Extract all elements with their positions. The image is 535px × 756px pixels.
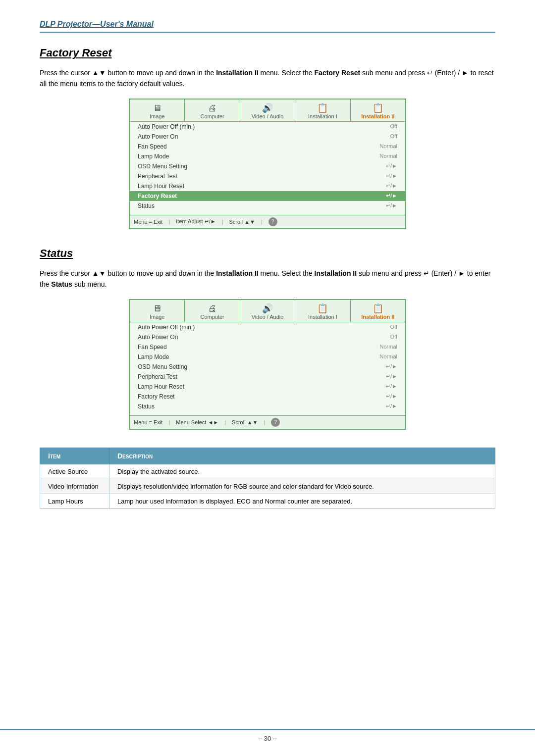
table-cell-item: Lamp Hours bbox=[40, 494, 109, 508]
footer-right-factory: Scroll ▲▼ bbox=[229, 219, 255, 225]
row-label: Peripheral Test bbox=[138, 173, 177, 180]
menu-tabs-factory: 🖥 Image 🖨 Computer 🔊 Video / Audio 📋 Ins… bbox=[130, 100, 405, 122]
row-auto-power-on-factory: Auto Power OnOff bbox=[130, 132, 405, 142]
video-icon: 🔊 bbox=[242, 103, 293, 112]
header-bar: DLP Projector—User's Manual bbox=[40, 20, 495, 33]
row-label: Status bbox=[138, 202, 155, 209]
status-title: Status bbox=[40, 247, 495, 260]
menu-rows-factory: Auto Power Off (min.)Off Auto Power OnOf… bbox=[130, 122, 405, 215]
factory-reset-section: Factory Reset Press the cursor ▲▼ button… bbox=[40, 47, 495, 229]
row-value: ↵/► bbox=[386, 393, 397, 400]
row-value: ↵/► bbox=[386, 373, 397, 380]
row-peripheral-factory: Peripheral Test↵/► bbox=[130, 171, 405, 181]
status-section: Status Press the cursor ▲▼ button to mov… bbox=[40, 247, 495, 430]
menu-footer-status: Menu = Exit | Menu Select ◄► | Scroll ▲▼… bbox=[130, 415, 405, 429]
status-menu: 🖥 Image 🖨 Computer 🔊 Video / Audio 📋 Ins… bbox=[129, 299, 406, 430]
footer-center-factory: Item Adjust ↵/► bbox=[176, 218, 215, 225]
row-osd-menu-status: OSD Menu Setting↵/► bbox=[130, 362, 405, 372]
row-value: Off bbox=[390, 324, 397, 331]
page-footer: – 30 – bbox=[0, 729, 535, 742]
row-label: Lamp Hour Reset bbox=[138, 183, 184, 190]
row-label: Fan Speed bbox=[138, 143, 167, 150]
factory-reset-menu: 🖥 Image 🖨 Computer 🔊 Video / Audio 📋 Ins… bbox=[129, 99, 406, 229]
menu-footer-factory: Menu = Exit | Item Adjust ↵/► | Scroll ▲… bbox=[130, 215, 405, 228]
row-value: Normal bbox=[380, 153, 397, 160]
row-factory-reset-status: Factory Reset↵/► bbox=[130, 392, 405, 402]
row-label: Auto Power Off (min.) bbox=[138, 324, 195, 331]
row-auto-power-off-status: Auto Power Off (min.)Off bbox=[130, 322, 405, 332]
tab-computer-factory[interactable]: 🖨 Computer bbox=[185, 100, 240, 121]
row-label: Lamp Hour Reset bbox=[138, 383, 184, 390]
row-label: Lamp Mode bbox=[138, 353, 169, 360]
tab-installation2-factory[interactable]: 📋 Installation II bbox=[351, 100, 405, 121]
footer-left-status: Menu = Exit bbox=[134, 419, 162, 425]
row-lamp-mode-factory: Lamp ModeNormal bbox=[130, 151, 405, 161]
row-osd-menu-factory: OSD Menu Setting↵/► bbox=[130, 161, 405, 171]
row-label: Fan Speed bbox=[138, 344, 167, 351]
row-value: ↵/► bbox=[386, 403, 397, 410]
tab-image-status[interactable]: 🖥 Image bbox=[130, 300, 185, 322]
table-cell-item: Video Information bbox=[40, 479, 109, 494]
menu-tabs-status: 🖥 Image 🖨 Computer 🔊 Video / Audio 📋 Ins… bbox=[130, 300, 405, 322]
tab-installation1-status[interactable]: 📋 Installation I bbox=[295, 300, 350, 322]
tab-installation1-factory[interactable]: 📋 Installation I bbox=[295, 100, 350, 121]
row-label: Peripheral Test bbox=[138, 373, 177, 380]
row-value: ↵/► bbox=[386, 202, 397, 209]
row-value: ↵/► bbox=[386, 193, 397, 200]
row-value: ↵/► bbox=[386, 173, 397, 180]
factory-reset-desc: Press the cursor ▲▼ button to move up an… bbox=[40, 67, 495, 90]
row-label: OSD Menu Setting bbox=[138, 363, 187, 370]
menu-rows-status: Auto Power Off (min.)Off Auto Power OnOf… bbox=[130, 322, 405, 415]
table-cell-desc: Lamp hour used information is displayed.… bbox=[109, 494, 495, 508]
row-label: Factory Reset bbox=[138, 193, 177, 200]
tab-video-factory[interactable]: 🔊 Video / Audio bbox=[240, 100, 295, 121]
table-row: Active Source Display the activated sour… bbox=[40, 464, 495, 479]
table-cell-desc: Displays resolution/video information fo… bbox=[109, 479, 495, 494]
row-label: Auto Power On bbox=[138, 334, 178, 341]
page-number: – 30 – bbox=[259, 735, 276, 742]
row-value: Normal bbox=[380, 344, 397, 351]
image-icon: 🖥 bbox=[132, 103, 182, 112]
table-row: Video Information Displays resolution/vi… bbox=[40, 479, 495, 494]
tab-image-factory[interactable]: 🖥 Image bbox=[130, 100, 185, 121]
row-value: ↵/► bbox=[386, 183, 397, 190]
header-title: DLP Projector—User's Manual bbox=[40, 20, 154, 28]
tab-computer-status[interactable]: 🖨 Computer bbox=[185, 300, 240, 322]
row-value: Normal bbox=[380, 143, 397, 150]
install2-icon: 📋 bbox=[353, 103, 403, 112]
row-label: OSD Menu Setting bbox=[138, 163, 187, 170]
row-label: Auto Power Off (min.) bbox=[138, 123, 195, 130]
install1-icon-s: 📋 bbox=[297, 304, 348, 313]
footer-center-status: Menu Select ◄► bbox=[176, 419, 218, 425]
table-cell-desc: Display the activated source. bbox=[109, 464, 495, 479]
row-value: Off bbox=[390, 123, 397, 130]
row-value: ↵/► bbox=[386, 363, 397, 370]
row-fan-speed-status: Fan SpeedNormal bbox=[130, 342, 405, 352]
tab-video-status[interactable]: 🔊 Video / Audio bbox=[240, 300, 295, 322]
row-peripheral-status: Peripheral Test↵/► bbox=[130, 372, 405, 382]
table-header-description: Description bbox=[109, 448, 495, 464]
row-value: Off bbox=[390, 334, 397, 341]
row-auto-power-off-factory: Auto Power Off (min.)Off bbox=[130, 122, 405, 132]
row-value: ↵/► bbox=[386, 383, 397, 390]
footer-left-factory: Menu = Exit bbox=[134, 219, 162, 225]
row-label: Status bbox=[138, 403, 155, 410]
install2-icon-s: 📋 bbox=[353, 304, 403, 313]
tab-installation2-status[interactable]: 📋 Installation II bbox=[351, 300, 405, 322]
row-status-status: Status↵/► bbox=[130, 402, 405, 411]
install1-icon: 📋 bbox=[297, 103, 348, 112]
image-icon-s: 🖥 bbox=[132, 304, 182, 313]
row-fan-speed-factory: Fan SpeedNormal bbox=[130, 142, 405, 151]
table-cell-item: Active Source bbox=[40, 464, 109, 479]
row-value: Normal bbox=[380, 353, 397, 360]
info-table: Item Description Active Source Display t… bbox=[40, 448, 495, 509]
footer-icon-status: ? bbox=[271, 418, 280, 427]
row-status-factory: Status↵/► bbox=[130, 201, 405, 211]
table-row: Lamp Hours Lamp hour used information is… bbox=[40, 494, 495, 508]
row-lamp-mode-status: Lamp ModeNormal bbox=[130, 352, 405, 362]
row-label: Factory Reset bbox=[138, 393, 175, 400]
row-lamp-hour-factory: Lamp Hour Reset↵/► bbox=[130, 181, 405, 191]
footer-icon-factory: ? bbox=[268, 217, 277, 226]
video-icon-s: 🔊 bbox=[242, 304, 293, 313]
factory-reset-title: Factory Reset bbox=[40, 47, 495, 59]
